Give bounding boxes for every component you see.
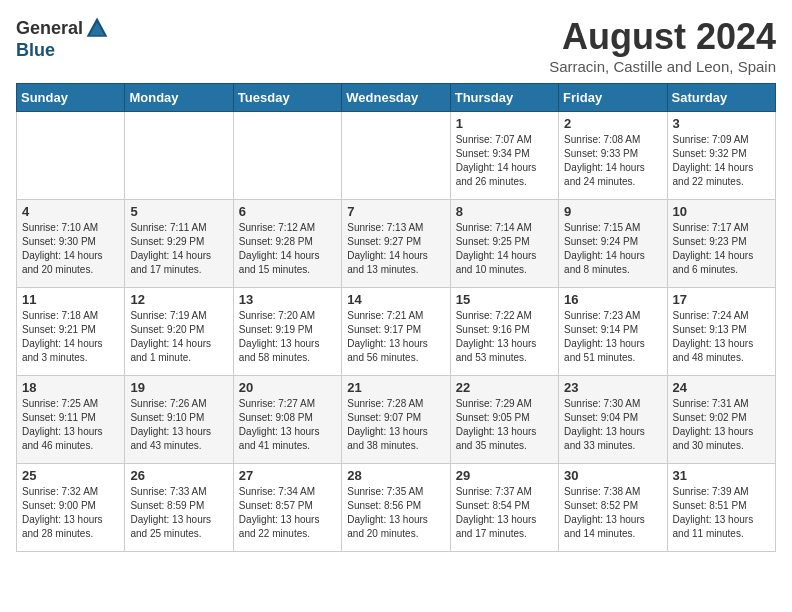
day-number: 13 — [239, 292, 336, 307]
day-info: Sunrise: 7:08 AM Sunset: 9:33 PM Dayligh… — [564, 133, 661, 189]
weekday-header-tuesday: Tuesday — [233, 84, 341, 112]
calendar-cell: 15Sunrise: 7:22 AM Sunset: 9:16 PM Dayli… — [450, 288, 558, 376]
calendar-cell: 19Sunrise: 7:26 AM Sunset: 9:10 PM Dayli… — [125, 376, 233, 464]
calendar-cell: 6Sunrise: 7:12 AM Sunset: 9:28 PM Daylig… — [233, 200, 341, 288]
logo-icon — [85, 16, 109, 40]
calendar-cell: 5Sunrise: 7:11 AM Sunset: 9:29 PM Daylig… — [125, 200, 233, 288]
day-info: Sunrise: 7:12 AM Sunset: 9:28 PM Dayligh… — [239, 221, 336, 277]
day-number: 30 — [564, 468, 661, 483]
calendar-cell — [17, 112, 125, 200]
calendar-table: SundayMondayTuesdayWednesdayThursdayFrid… — [16, 83, 776, 552]
day-info: Sunrise: 7:38 AM Sunset: 8:52 PM Dayligh… — [564, 485, 661, 541]
calendar-cell — [233, 112, 341, 200]
calendar-cell: 17Sunrise: 7:24 AM Sunset: 9:13 PM Dayli… — [667, 288, 775, 376]
logo: General Blue — [16, 16, 109, 61]
day-info: Sunrise: 7:18 AM Sunset: 9:21 PM Dayligh… — [22, 309, 119, 365]
weekday-header-sunday: Sunday — [17, 84, 125, 112]
day-info: Sunrise: 7:15 AM Sunset: 9:24 PM Dayligh… — [564, 221, 661, 277]
page-header: General Blue August 2024 Sarracin, Casti… — [16, 16, 776, 75]
day-info: Sunrise: 7:20 AM Sunset: 9:19 PM Dayligh… — [239, 309, 336, 365]
day-number: 19 — [130, 380, 227, 395]
day-number: 31 — [673, 468, 770, 483]
day-info: Sunrise: 7:22 AM Sunset: 9:16 PM Dayligh… — [456, 309, 553, 365]
calendar-cell: 26Sunrise: 7:33 AM Sunset: 8:59 PM Dayli… — [125, 464, 233, 552]
calendar-cell: 11Sunrise: 7:18 AM Sunset: 9:21 PM Dayli… — [17, 288, 125, 376]
day-info: Sunrise: 7:26 AM Sunset: 9:10 PM Dayligh… — [130, 397, 227, 453]
day-number: 21 — [347, 380, 444, 395]
calendar-cell — [342, 112, 450, 200]
calendar-cell: 21Sunrise: 7:28 AM Sunset: 9:07 PM Dayli… — [342, 376, 450, 464]
day-info: Sunrise: 7:17 AM Sunset: 9:23 PM Dayligh… — [673, 221, 770, 277]
day-info: Sunrise: 7:37 AM Sunset: 8:54 PM Dayligh… — [456, 485, 553, 541]
day-number: 2 — [564, 116, 661, 131]
calendar-cell: 4Sunrise: 7:10 AM Sunset: 9:30 PM Daylig… — [17, 200, 125, 288]
day-number: 23 — [564, 380, 661, 395]
day-number: 26 — [130, 468, 227, 483]
calendar-cell: 14Sunrise: 7:21 AM Sunset: 9:17 PM Dayli… — [342, 288, 450, 376]
calendar-cell: 22Sunrise: 7:29 AM Sunset: 9:05 PM Dayli… — [450, 376, 558, 464]
weekday-header-friday: Friday — [559, 84, 667, 112]
weekday-header-saturday: Saturday — [667, 84, 775, 112]
day-info: Sunrise: 7:10 AM Sunset: 9:30 PM Dayligh… — [22, 221, 119, 277]
title-block: August 2024 Sarracin, Castille and Leon,… — [549, 16, 776, 75]
day-number: 27 — [239, 468, 336, 483]
location-subtitle: Sarracin, Castille and Leon, Spain — [549, 58, 776, 75]
calendar-cell: 25Sunrise: 7:32 AM Sunset: 9:00 PM Dayli… — [17, 464, 125, 552]
day-number: 29 — [456, 468, 553, 483]
calendar-cell: 9Sunrise: 7:15 AM Sunset: 9:24 PM Daylig… — [559, 200, 667, 288]
day-number: 5 — [130, 204, 227, 219]
calendar-cell: 2Sunrise: 7:08 AM Sunset: 9:33 PM Daylig… — [559, 112, 667, 200]
day-info: Sunrise: 7:25 AM Sunset: 9:11 PM Dayligh… — [22, 397, 119, 453]
week-row-1: 1Sunrise: 7:07 AM Sunset: 9:34 PM Daylig… — [17, 112, 776, 200]
weekday-header-wednesday: Wednesday — [342, 84, 450, 112]
calendar-cell: 7Sunrise: 7:13 AM Sunset: 9:27 PM Daylig… — [342, 200, 450, 288]
day-info: Sunrise: 7:31 AM Sunset: 9:02 PM Dayligh… — [673, 397, 770, 453]
day-info: Sunrise: 7:14 AM Sunset: 9:25 PM Dayligh… — [456, 221, 553, 277]
day-number: 10 — [673, 204, 770, 219]
day-info: Sunrise: 7:24 AM Sunset: 9:13 PM Dayligh… — [673, 309, 770, 365]
day-number: 11 — [22, 292, 119, 307]
calendar-cell: 30Sunrise: 7:38 AM Sunset: 8:52 PM Dayli… — [559, 464, 667, 552]
day-number: 14 — [347, 292, 444, 307]
day-number: 20 — [239, 380, 336, 395]
calendar-cell: 24Sunrise: 7:31 AM Sunset: 9:02 PM Dayli… — [667, 376, 775, 464]
day-info: Sunrise: 7:33 AM Sunset: 8:59 PM Dayligh… — [130, 485, 227, 541]
weekday-header-thursday: Thursday — [450, 84, 558, 112]
week-row-2: 4Sunrise: 7:10 AM Sunset: 9:30 PM Daylig… — [17, 200, 776, 288]
day-number: 9 — [564, 204, 661, 219]
day-number: 8 — [456, 204, 553, 219]
weekday-header-row: SundayMondayTuesdayWednesdayThursdayFrid… — [17, 84, 776, 112]
logo-general: General — [16, 18, 83, 39]
day-info: Sunrise: 7:34 AM Sunset: 8:57 PM Dayligh… — [239, 485, 336, 541]
calendar-cell: 23Sunrise: 7:30 AM Sunset: 9:04 PM Dayli… — [559, 376, 667, 464]
day-info: Sunrise: 7:29 AM Sunset: 9:05 PM Dayligh… — [456, 397, 553, 453]
calendar-cell: 18Sunrise: 7:25 AM Sunset: 9:11 PM Dayli… — [17, 376, 125, 464]
weekday-header-monday: Monday — [125, 84, 233, 112]
day-number: 4 — [22, 204, 119, 219]
day-number: 12 — [130, 292, 227, 307]
week-row-3: 11Sunrise: 7:18 AM Sunset: 9:21 PM Dayli… — [17, 288, 776, 376]
day-number: 24 — [673, 380, 770, 395]
calendar-cell: 16Sunrise: 7:23 AM Sunset: 9:14 PM Dayli… — [559, 288, 667, 376]
day-number: 6 — [239, 204, 336, 219]
day-info: Sunrise: 7:07 AM Sunset: 9:34 PM Dayligh… — [456, 133, 553, 189]
day-number: 18 — [22, 380, 119, 395]
day-number: 28 — [347, 468, 444, 483]
day-number: 7 — [347, 204, 444, 219]
day-info: Sunrise: 7:13 AM Sunset: 9:27 PM Dayligh… — [347, 221, 444, 277]
day-info: Sunrise: 7:35 AM Sunset: 8:56 PM Dayligh… — [347, 485, 444, 541]
day-info: Sunrise: 7:19 AM Sunset: 9:20 PM Dayligh… — [130, 309, 227, 365]
calendar-cell: 12Sunrise: 7:19 AM Sunset: 9:20 PM Dayli… — [125, 288, 233, 376]
calendar-cell: 28Sunrise: 7:35 AM Sunset: 8:56 PM Dayli… — [342, 464, 450, 552]
calendar-cell: 3Sunrise: 7:09 AM Sunset: 9:32 PM Daylig… — [667, 112, 775, 200]
logo-blue: Blue — [16, 40, 55, 61]
calendar-cell: 27Sunrise: 7:34 AM Sunset: 8:57 PM Dayli… — [233, 464, 341, 552]
day-number: 22 — [456, 380, 553, 395]
month-title: August 2024 — [549, 16, 776, 58]
calendar-cell — [125, 112, 233, 200]
week-row-4: 18Sunrise: 7:25 AM Sunset: 9:11 PM Dayli… — [17, 376, 776, 464]
day-info: Sunrise: 7:27 AM Sunset: 9:08 PM Dayligh… — [239, 397, 336, 453]
day-number: 25 — [22, 468, 119, 483]
day-info: Sunrise: 7:11 AM Sunset: 9:29 PM Dayligh… — [130, 221, 227, 277]
day-number: 3 — [673, 116, 770, 131]
